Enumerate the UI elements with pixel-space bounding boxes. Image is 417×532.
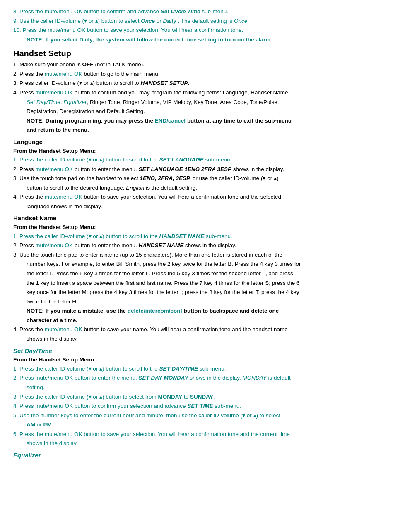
- sdt3-or: or: [92, 394, 100, 400]
- line8-text: 8. Press the mute/menu OK button to conf…: [13, 8, 159, 14]
- lang4-mute: mute/menu OK: [45, 194, 82, 200]
- sdt-item-1: 1. Press the caller ID-volume (▾ or ▴) b…: [13, 365, 404, 373]
- lang2-a: 2. Press: [13, 166, 34, 172]
- hn3-indent5: twice for the letter H.: [27, 298, 404, 306]
- line1b: sub-menu.: [202, 8, 228, 14]
- sdt1-arrow1: ▾: [89, 366, 92, 372]
- hs-item-2: 2. Press the mute/menu OK button to go t…: [13, 70, 404, 78]
- line9-d: .: [247, 18, 249, 24]
- line-10: 10. Press the mute/menu OK button to sav…: [13, 26, 404, 34]
- from-menu-hn: From the Handset Setup Menu:: [13, 223, 404, 231]
- hn3-indent5-text: twice for the letter H.: [27, 298, 78, 305]
- lang4-b: button to save your selection. You will …: [84, 194, 281, 200]
- hs-item-3: 3. Press caller ID-volume (▾ or ▴) butto…: [13, 79, 404, 87]
- lang1-or: or: [92, 156, 100, 163]
- once-label: Once: [141, 18, 155, 24]
- hs4-a: 4. Press: [13, 89, 34, 96]
- lang1-b: ) button to scroll to the: [102, 156, 158, 163]
- daily-label: Daily: [163, 18, 176, 24]
- note-daily-text: NOTE: If you select Daily, the system wi…: [27, 36, 272, 43]
- sdt4-b: sub-menu.: [215, 403, 241, 409]
- sdt-item-2: 2. Press mute/menu OK button to enter th…: [13, 374, 404, 382]
- language-heading: Language: [13, 137, 404, 147]
- monday-label: MONDAY: [243, 375, 267, 381]
- hs4-indent-text1: Set Day/Time: [27, 99, 60, 105]
- set-day-time-label: SET DAY/TIME: [159, 366, 198, 372]
- hn4-b: button to save your name. You will hear …: [84, 326, 287, 332]
- hs4-rest1b: , Ringer Tone, Ringer Volume, VIP Melody…: [87, 99, 279, 105]
- sdt5-indent: AM or PM.: [27, 421, 404, 429]
- from-menu-sdt: From the Handset Setup Menu:: [13, 356, 404, 364]
- equalizer-heading: Equalizer: [13, 451, 404, 460]
- from-menu-lang: From the Handset Setup Menu:: [13, 147, 404, 155]
- sdt2-indent: setting.: [27, 383, 404, 392]
- sdt2-indent-text: setting.: [27, 384, 45, 390]
- hn3-indent1: number keys. For example, to enter Bill …: [27, 260, 404, 268]
- or-2: or: [157, 18, 163, 24]
- sdt-item-6: 6. Press the mute/menu OK button to save…: [13, 430, 404, 438]
- hs3-handset-setup: HANDSET SETUP: [140, 80, 188, 86]
- lang3-c: or use the caller ID-volume (: [193, 175, 263, 181]
- sunday-label: SUNDAY: [190, 394, 213, 400]
- lang-item-2: 2. Press mute/menu OK button to enter th…: [13, 165, 404, 173]
- lang4-a: 4. Press the: [13, 194, 43, 200]
- note-prog-2: button at any time to exit the sub-menu: [187, 118, 292, 124]
- hn2-mute: mute/menu OK: [35, 242, 73, 248]
- hn1-a: 1. Press the caller ID-volume (: [13, 233, 89, 239]
- lang3-b: 1ENG, 2FRA, 3ESP,: [140, 175, 191, 181]
- hs3-or: or: [82, 80, 90, 86]
- line9-b: ) button to select: [98, 18, 140, 24]
- lang3-indent-text: button to scroll to the desired language…: [27, 185, 124, 191]
- sdt6-indent-text: shows in the display.: [27, 440, 78, 446]
- sdt5-b: ) to select: [256, 412, 281, 419]
- hs4-indent1: Set Day/Time, Equalizer, Ringer Tone, Ri…: [27, 98, 404, 106]
- hn-item-3: 3. Use the touch-tone pad to enter a nam…: [13, 251, 404, 259]
- note-delete-2: button to backspace and delete one: [184, 308, 279, 314]
- hn2-c: shows in the display.: [185, 242, 236, 248]
- line10-text: 10. Press the mute/menu OK button to sav…: [13, 27, 243, 33]
- note-prog: NOTE: During programming, you may press …: [27, 117, 404, 125]
- set-lang-123: SET LANGUAGE 1ENG 2FRA 3ESP: [138, 166, 231, 172]
- sdt3-a: 3. Press the caller ID-volume (: [13, 394, 89, 400]
- hn3-indent4: key once for the letter M; press the 4 k…: [27, 288, 404, 296]
- sdt-item-4: 4. Press mute/menu OK button to confirm …: [13, 402, 404, 410]
- line-8: 8. Press the mute/menu OK button to conf…: [13, 7, 404, 16]
- hn2-a: 2. Press: [13, 242, 34, 248]
- hn4-indent: shows in the display.: [27, 335, 404, 343]
- sdt5-c: .: [52, 421, 53, 428]
- set-day-monday: SET DAY MONDAY: [138, 375, 188, 381]
- hs-item-1: 1. Make sure your phone is OFF (not in T…: [13, 60, 404, 69]
- sdt3-arrow1: ▾: [89, 394, 92, 400]
- note-prog-3-text: and return to the menu.: [27, 127, 89, 133]
- note-prog-1: NOTE: During programming, you may press …: [27, 118, 153, 124]
- hn4-a: 4. Press the: [13, 326, 43, 332]
- lang-item-3: 3. Use the touch tone pad on the handset…: [13, 174, 404, 183]
- hs3-b: ) button to scroll to: [93, 80, 139, 86]
- hs3-a: 3. Press caller ID-volume (: [13, 80, 79, 86]
- note-delete: NOTE: If you make a mistake, use the del…: [27, 307, 404, 315]
- or-1: or: [87, 18, 95, 24]
- sdt5-or: or: [245, 412, 253, 419]
- lang3-or: or: [265, 175, 274, 181]
- once-default: Once: [234, 18, 247, 24]
- sdt5-arrow2: ▴: [253, 412, 256, 419]
- line9-a: 9. Use the caller ID-volume (: [13, 18, 84, 24]
- sdt1-b: ) button to scroll to the: [102, 366, 158, 372]
- hs4-equalizer: Equalizer: [63, 99, 87, 105]
- end-cancel: END/cancel: [155, 118, 186, 124]
- lang-item-1: 1. Press the caller ID-volume (▾ or ▴) b…: [13, 156, 404, 164]
- hs4-b: button to confirm and you may program th…: [75, 89, 289, 96]
- sdt6-text: 6. Press the mute/menu OK button to save…: [13, 431, 290, 437]
- hn1-arrow1: ▾: [89, 233, 92, 239]
- hn1-c: sub-menu.: [206, 233, 232, 239]
- hn3-indent1-text: number keys. For example, to enter Bill …: [27, 261, 301, 267]
- line-9: 9. Use the caller ID-volume (▾ or ▴) but…: [13, 17, 404, 25]
- handset-name-disp: HANDSET NAME: [138, 242, 183, 248]
- lang2-c: shows in the display.: [233, 166, 284, 172]
- sdt3-c: .: [213, 394, 215, 400]
- handset-name-heading: Handset Name: [13, 214, 404, 223]
- hs-item-4: 4. Press mute/menu OK button to confirm …: [13, 89, 404, 97]
- handset-name-label: HANDSET NAME: [159, 233, 204, 239]
- sdt-item-5: 5. Use the number keys to enter the curr…: [13, 412, 404, 420]
- hs2-mute: mute/menu OK: [45, 71, 82, 77]
